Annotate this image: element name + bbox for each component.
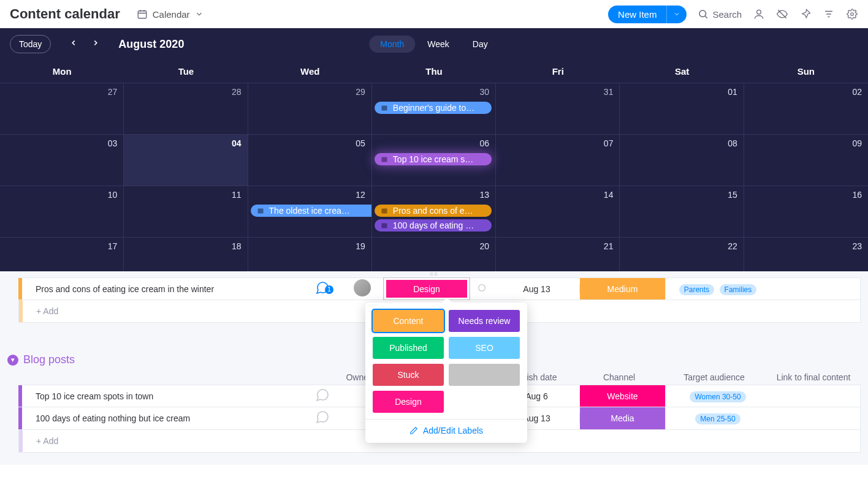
view-month-pill[interactable]: Month xyxy=(369,36,415,53)
calendar-event[interactable]: Beginner's guide to… xyxy=(375,102,492,114)
calendar-cell[interactable]: 07 xyxy=(496,134,620,186)
status-option-blank[interactable] xyxy=(449,364,520,386)
channel-cell[interactable]: Website xyxy=(580,385,666,407)
audience-cell[interactable]: Men 25-50 xyxy=(666,413,770,424)
calendar-cell[interactable]: 12 The oldest ice crea… xyxy=(248,186,372,237)
add-item-label: + Add xyxy=(23,306,58,316)
priority-cell[interactable]: Medium xyxy=(580,278,666,299)
audience-cell[interactable]: Women 30-50 xyxy=(666,391,770,402)
calendar-cell[interactable]: 15 xyxy=(620,186,744,237)
view-week-pill[interactable]: Week xyxy=(416,36,460,53)
calendar-cell[interactable]: 10 xyxy=(0,186,124,237)
calendar-cell[interactable]: 02 xyxy=(744,83,868,134)
status-option-published[interactable]: Published xyxy=(373,337,444,359)
calendar-cell[interactable]: 09 xyxy=(744,134,868,186)
calendar-cell[interactable]: 08 xyxy=(620,134,744,186)
calendar-cell[interactable]: 28 xyxy=(124,83,248,134)
svg-point-1 xyxy=(699,10,706,17)
next-month-button[interactable] xyxy=(88,35,104,53)
calendar-event[interactable]: The oldest ice crea… xyxy=(251,205,371,217)
edit-labels-text: Add/Edit Labels xyxy=(423,426,483,435)
status-option-design[interactable]: Design xyxy=(373,391,444,413)
channel-cell[interactable]: Media xyxy=(580,407,666,429)
prev-month-button[interactable] xyxy=(66,35,82,53)
person-filter-icon[interactable] xyxy=(753,8,765,20)
item-name-cell[interactable]: 100 days of eating nothing but ice cream xyxy=(22,413,304,423)
group-collapse-icon[interactable]: ▾ xyxy=(7,355,18,366)
calendar-event[interactable]: 100 days of eating … xyxy=(375,219,492,232)
circle-icon xyxy=(477,283,487,293)
item-name-cell[interactable]: Top 10 ice cream spots in town xyxy=(22,391,304,401)
calendar-cell[interactable]: 29 xyxy=(248,83,372,134)
view-day-pill[interactable]: Day xyxy=(462,36,499,53)
col-channel[interactable]: Channel xyxy=(576,372,662,382)
today-button[interactable]: Today xyxy=(10,35,51,53)
tag[interactable]: Parents xyxy=(679,284,714,295)
calendar-cell[interactable]: 20 xyxy=(372,237,496,271)
edit-labels-button[interactable]: Add/Edit Labels xyxy=(373,426,520,435)
hide-columns-icon[interactable] xyxy=(776,8,788,20)
selected-item-row[interactable]: Pros and cons of eating ice cream in the… xyxy=(18,277,861,300)
calendar-cell[interactable]: 05 xyxy=(248,134,372,186)
tags-cell[interactable]: Parents Families xyxy=(666,284,770,295)
svg-point-3 xyxy=(851,13,854,16)
chat-count-badge: 1 xyxy=(325,285,333,294)
col-target-audience[interactable]: Target audience xyxy=(662,372,766,382)
svg-rect-0 xyxy=(138,11,147,18)
calendar-cell[interactable]: 23 xyxy=(744,237,868,271)
calendar-cell[interactable]: 06 Top 10 ice cream s… xyxy=(372,134,496,186)
item-name-cell[interactable]: Pros and cons of eating ice cream in the… xyxy=(22,284,304,294)
calendar-cell[interactable]: 21 xyxy=(496,237,620,271)
calendar-cell-today[interactable]: 04 xyxy=(124,134,248,186)
new-item-button[interactable]: New Item xyxy=(608,6,666,23)
calendar-toolbar: Today August 2020 Month Week Day xyxy=(0,28,868,60)
calendar-cell[interactable]: 13 Pros and cons of e… 100 days of eatin… xyxy=(372,186,496,237)
chat-button[interactable]: 1 xyxy=(304,281,341,298)
calendar-cell[interactable]: 11 xyxy=(124,186,248,237)
audience-tag: Women 30-50 xyxy=(690,391,745,402)
calendar-cell[interactable]: 19 xyxy=(248,237,372,271)
status-cell[interactable]: Design xyxy=(384,278,470,299)
view-switch-dropdown[interactable]: Calendar xyxy=(131,6,209,23)
pin-icon[interactable] xyxy=(799,8,812,20)
col-link[interactable]: Link to final content xyxy=(766,372,861,382)
owner-cell[interactable] xyxy=(341,279,384,299)
search-icon xyxy=(698,9,709,20)
date-cell[interactable]: Aug 13 xyxy=(494,284,580,294)
svg-rect-7 xyxy=(381,209,387,214)
calendar-cell[interactable]: 18 xyxy=(124,237,248,271)
calendar-event[interactable]: Pros and cons of e… xyxy=(375,205,492,217)
board-title[interactable]: Content calendar xyxy=(10,6,120,22)
calendar-cell[interactable]: 30 Beginner's guide to… xyxy=(372,83,496,134)
calendar-event[interactable]: Top 10 ice cream s… xyxy=(375,153,492,165)
calendar-cell[interactable]: 14 xyxy=(496,186,620,237)
resize-handle[interactable]: ⠿⠿ xyxy=(0,271,868,277)
pencil-icon xyxy=(409,426,418,435)
dow-tue: Tue xyxy=(124,60,248,83)
calendar-small-icon xyxy=(381,207,388,214)
calendar-icon xyxy=(137,9,148,20)
chevron-down-icon xyxy=(673,10,680,18)
calendar-cell[interactable]: 01 xyxy=(620,83,744,134)
svg-rect-4 xyxy=(381,106,387,111)
status-option-content[interactable]: Content xyxy=(373,310,444,332)
row-color-bar xyxy=(19,300,23,322)
status-indicator[interactable] xyxy=(470,283,494,295)
status-option-needs-review[interactable]: Needs review xyxy=(449,310,520,332)
status-option-stuck[interactable]: Stuck xyxy=(373,364,444,386)
calendar-cell[interactable]: 03 xyxy=(0,134,124,186)
tag[interactable]: Families xyxy=(720,284,757,295)
calendar-cell[interactable]: 31 xyxy=(496,83,620,134)
filter-icon[interactable] xyxy=(823,8,835,20)
search-button[interactable]: Search xyxy=(698,9,742,20)
settings-icon[interactable] xyxy=(846,8,858,20)
group-name[interactable]: Blog posts xyxy=(23,353,75,366)
calendar-cell[interactable]: 17 xyxy=(0,237,124,271)
calendar-cell[interactable]: 16 xyxy=(744,186,868,237)
new-item-caret[interactable] xyxy=(666,6,687,23)
status-option-seo[interactable]: SEO xyxy=(449,337,520,359)
calendar-cell[interactable]: 22 xyxy=(620,237,744,271)
chat-button[interactable] xyxy=(304,410,341,427)
calendar-cell[interactable]: 27 xyxy=(0,83,124,134)
chat-button[interactable] xyxy=(304,388,341,405)
